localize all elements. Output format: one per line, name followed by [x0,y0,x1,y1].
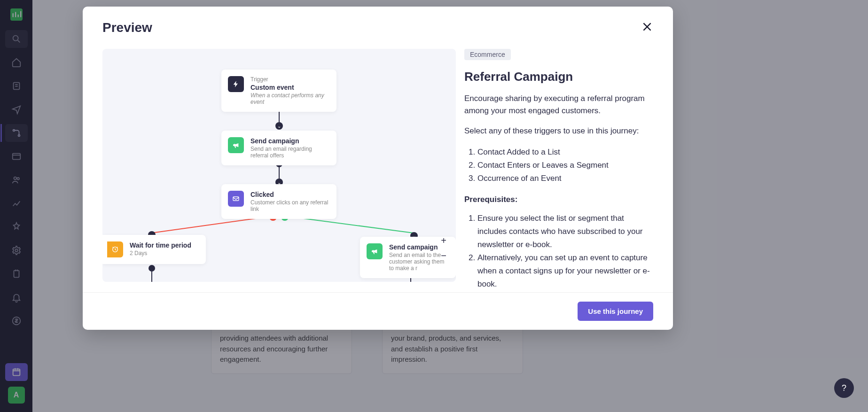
clock-icon [107,241,123,257]
category-tag: Ecommerce [464,49,511,60]
node-title: Custom event [250,84,330,91]
svg-rect-11 [233,197,239,201]
modal-title: Preview [102,20,152,35]
modal-header: Preview [83,7,673,49]
connector-line [151,270,152,282]
node-subtitle: Customer clicks on any referral link [250,199,330,212]
trigger-item: Occurrence of an Event [477,172,651,185]
journey-canvas[interactable]: ⌄ ⌄ ✕ ✓ ⌄ ⌄ Trigger Custom event When a … [102,49,456,282]
journey-title: Referral Campaign [464,70,651,84]
mail-icon [228,191,244,207]
trigger-item: Contact Added to a List [477,146,651,159]
zoom-in-button[interactable]: + [438,235,449,246]
zoom-controls: + − [438,235,449,261]
modal-footer: Use this journey [83,292,673,330]
help-button[interactable]: ? [834,378,854,398]
lightning-icon [228,76,244,92]
zoom-out-button[interactable]: − [438,250,449,261]
close-button[interactable] [641,21,653,35]
node-subtitle: 2 Days [130,250,199,257]
node-title: Wait for time period [130,241,199,249]
trigger-intro: Select any of these triggers to use in t… [464,125,651,137]
preview-modal: Preview ⌄ ⌄ ✕ ✓ ⌄ ⌄ [83,7,673,330]
node-subtitle: When a contact performs any event [250,92,330,105]
trigger-item: Contact Enters or Leaves a Segment [477,159,651,172]
prereq-item: Alternatively, you can set up an event t… [477,251,651,291]
megaphone-icon [367,243,383,259]
node-wait[interactable]: Wait for time period 2 Days [102,235,206,264]
node-subtitle: Send an email regarding referral offers [250,146,330,159]
node-send-campaign[interactable]: Send campaign Send an email regarding re… [221,131,336,165]
node-trigger[interactable]: Trigger Custom event When a contact perf… [221,70,336,112]
use-journey-button[interactable]: Use this journey [578,302,653,321]
node-title: Send campaign [250,137,330,145]
prereq-list: Ensure you select the list or segment th… [464,212,651,291]
journey-description: Encourage sharing by executing a referra… [464,93,651,117]
details-panel[interactable]: Ecommerce Referral Campaign Encourage sh… [464,49,665,292]
trigger-list: Contact Added to a List Contact Enters o… [464,146,651,185]
node-title: Clicked [250,191,330,198]
prereq-heading: Prerequisites: [464,194,651,206]
megaphone-icon [228,137,244,153]
node-eyebrow: Trigger [250,76,330,83]
prereq-item: Ensure you select the list or segment th… [477,212,651,251]
chevron-down-icon: ⌄ [275,122,283,130]
node-clicked[interactable]: Clicked Customer clicks on any referral … [221,184,336,219]
